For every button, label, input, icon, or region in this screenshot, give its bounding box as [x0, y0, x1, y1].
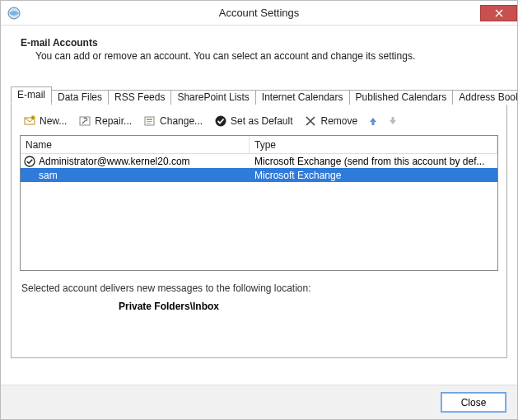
tab-email[interactable]: E-mail: [11, 86, 52, 104]
change-icon: [143, 114, 156, 128]
toolbar: New... Repair... Change... Set as Defaul…: [20, 112, 498, 135]
tab-data-files[interactable]: Data Files: [51, 90, 109, 105]
list-row[interactable]: sam Microsoft Exchange: [21, 168, 497, 182]
header-description: You can add or remove an account. You ca…: [21, 49, 497, 62]
tab-address-books[interactable]: Address Books: [452, 90, 518, 105]
new-button[interactable]: New...: [21, 114, 68, 128]
default-check-icon: [24, 156, 35, 167]
set-default-button[interactable]: Set as Default: [212, 114, 294, 128]
tab-internet-calendars[interactable]: Internet Calendars: [255, 90, 350, 105]
list-row[interactable]: Administrator@www.kernel20.com Microsoft…: [21, 154, 497, 168]
change-button[interactable]: Change...: [142, 114, 204, 128]
change-label: Change...: [160, 115, 203, 127]
svg-rect-7: [147, 123, 151, 124]
svg-rect-5: [147, 119, 152, 120]
remove-label: Remove: [320, 115, 357, 127]
column-header-name[interactable]: Name: [21, 136, 250, 153]
header-section: E-mail Accounts You can add or remove an…: [1, 26, 517, 67]
app-icon: [7, 7, 21, 20]
repair-label: Repair...: [95, 115, 132, 127]
move-up-button[interactable]: [367, 115, 379, 127]
new-label: New...: [40, 115, 67, 127]
repair-icon: [78, 114, 91, 128]
repair-button[interactable]: Repair...: [77, 114, 133, 128]
default-check-placeholder: [24, 170, 35, 181]
window-close-button[interactable]: [480, 5, 517, 21]
tab-sharepoint-lists[interactable]: SharePoint Lists: [170, 90, 255, 105]
list-header: Name Type: [21, 136, 497, 154]
remove-button[interactable]: Remove: [302, 114, 359, 128]
header-title: E-mail Accounts: [21, 37, 497, 49]
column-header-type[interactable]: Type: [250, 136, 497, 153]
set-default-label: Set as Default: [231, 115, 292, 127]
close-button[interactable]: Close: [441, 393, 506, 412]
footer: Close: [1, 385, 517, 419]
tabstrip: E-mail Data Files RSS Feeds SharePoint L…: [11, 85, 507, 103]
check-circle-icon: [214, 114, 227, 128]
tab-rss-feeds[interactable]: RSS Feeds: [108, 90, 171, 105]
list-body: Administrator@www.kernel20.com Microsoft…: [21, 154, 497, 182]
account-name: sam: [39, 170, 58, 181]
account-type: Microsoft Exchange: [250, 170, 497, 181]
account-name: Administrator@www.kernel20.com: [39, 156, 190, 167]
accounts-list: Name Type Administrator@www.kernel20.com…: [20, 135, 498, 271]
remove-icon: [304, 114, 317, 128]
delivery-location: Private Folders\Inbox: [20, 301, 498, 335]
window-title: Account Settings: [1, 7, 517, 19]
delivery-text: Selected account delivers new messages t…: [20, 282, 498, 294]
move-down-button[interactable]: [387, 115, 399, 127]
svg-rect-6: [147, 121, 152, 122]
titlebar: Account Settings: [1, 1, 517, 26]
svg-point-8: [216, 116, 226, 127]
tab-published-calendars[interactable]: Published Calendars: [349, 90, 454, 105]
new-icon: [23, 114, 36, 128]
account-type: Microsoft Exchange (send from this accou…: [250, 156, 497, 167]
tab-panel-email: New... Repair... Change... Set as Defaul…: [11, 103, 507, 358]
